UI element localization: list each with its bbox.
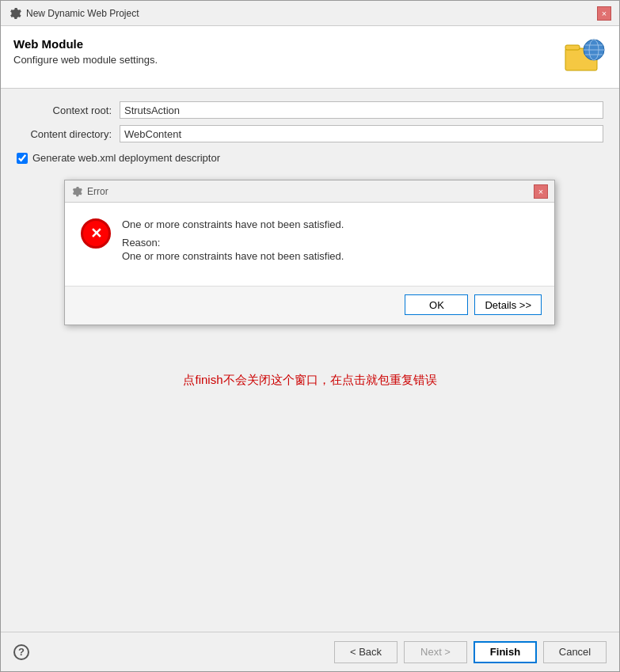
titlebar-left: New Dynamic Web Project xyxy=(9,7,139,20)
content-dir-label: Content directory: xyxy=(17,128,120,140)
header-text: Web Module Configure web module settings… xyxy=(13,37,158,66)
dialog-message-row: One or more constraints have not been sa… xyxy=(81,218,538,262)
context-root-label: Context root: xyxy=(17,104,120,116)
dialog-text: One or more constraints have not been sa… xyxy=(122,218,344,262)
dialog-titlebar: Error × xyxy=(65,180,554,203)
dialog-titlebar-left: Error xyxy=(71,186,108,197)
header-icon xyxy=(564,37,607,77)
page-subtitle: Configure web module settings. xyxy=(13,54,158,66)
back-button[interactable]: < Back xyxy=(334,641,397,663)
window-title: New Dynamic Web Project xyxy=(26,8,139,19)
annotation-label: 点finish不会关闭这个窗口，在点击就包重复错误 xyxy=(183,373,436,386)
page-title: Web Module xyxy=(13,37,158,51)
ok-button[interactable]: OK xyxy=(405,294,468,315)
cancel-button[interactable]: Cancel xyxy=(543,641,607,663)
checkbox-label: Generate web.xml deployment descriptor xyxy=(32,152,220,164)
dialog-close-button[interactable]: × xyxy=(534,184,548,199)
header-section: Web Module Configure web module settings… xyxy=(1,26,619,89)
dialog-buttons: OK Details >> xyxy=(65,286,554,325)
main-window: New Dynamic Web Project × Web Module Con… xyxy=(0,0,620,672)
error-dialog: Error × One or more constraints have not… xyxy=(64,180,555,325)
context-root-row: Context root: xyxy=(17,101,603,119)
titlebar: New Dynamic Web Project × xyxy=(1,1,619,26)
dialog-body: One or more constraints have not been sa… xyxy=(65,203,554,286)
generate-xml-checkbox[interactable] xyxy=(17,153,28,164)
footer: ? < Back Next > Finish Cancel xyxy=(1,632,619,671)
dialog-reason-label: Reason: xyxy=(122,237,344,249)
gear-icon xyxy=(9,7,21,20)
footer-left: ? xyxy=(13,644,29,660)
folder-globe-icon xyxy=(564,37,607,77)
dialog-title: Error xyxy=(87,186,108,197)
dialog-reason-message: One or more constraints have not been sa… xyxy=(122,250,344,262)
help-button[interactable]: ? xyxy=(13,644,29,660)
content-dir-row: Content directory: xyxy=(17,125,603,142)
svg-rect-1 xyxy=(565,45,580,50)
content-dir-input[interactable] xyxy=(120,125,603,142)
checkbox-row: Generate web.xml deployment descriptor xyxy=(17,152,603,164)
error-x-icon xyxy=(81,218,111,249)
dialog-gear-icon xyxy=(71,186,82,197)
next-button[interactable]: Next > xyxy=(404,641,467,663)
finish-button[interactable]: Finish xyxy=(474,641,537,663)
content-area: Context root: Content directory: Generat… xyxy=(1,89,619,632)
dialog-main-message: One or more constraints have not been sa… xyxy=(122,218,344,230)
dialog-overlay: Error × One or more constraints have not… xyxy=(17,180,603,325)
details-button[interactable]: Details >> xyxy=(474,294,542,315)
context-root-input[interactable] xyxy=(120,101,603,119)
close-button[interactable]: × xyxy=(597,6,611,21)
footer-buttons: < Back Next > Finish Cancel xyxy=(334,641,607,663)
annotation-text: 点finish不会关闭这个窗口，在点击就包重复错误 xyxy=(17,373,603,388)
